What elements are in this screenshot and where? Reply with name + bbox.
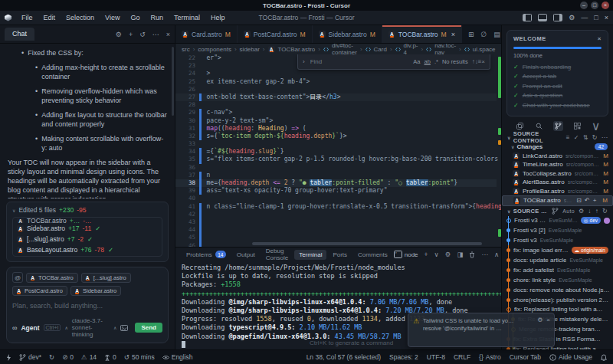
scm-file-row[interactable]: TocCollapse.astrosrc/compo…M bbox=[502, 169, 613, 179]
commit-row[interactable]: Frosti v3 [3]EveSunM…◎dev bbox=[503, 216, 613, 226]
breadcrumb-element[interactable]: Card bbox=[374, 46, 387, 53]
breadcrumb-item[interactable]: src bbox=[182, 46, 190, 53]
tab-sidebar.astro[interactable]: Sidebar.astroM bbox=[313, 25, 382, 43]
chat-messages[interactable]: •Fixed the CSS by: •Adding max-height to… bbox=[0, 44, 175, 198]
close-icon[interactable]: × bbox=[605, 15, 608, 21]
close-icon[interactable]: × bbox=[546, 316, 550, 323]
tab-chat[interactable]: Chat bbox=[5, 28, 34, 41]
terminal-instance-selector[interactable]: node bbox=[394, 251, 418, 258]
customize-layout-icon[interactable]: ⚙ bbox=[569, 15, 575, 21]
close-icon[interactable]: × bbox=[166, 31, 170, 38]
more-icon[interactable]: ⋯ bbox=[152, 31, 159, 38]
encoding-status[interactable]: UTF-8 bbox=[427, 353, 445, 361]
menu-view[interactable]: View bbox=[100, 12, 124, 23]
search-icon[interactable] bbox=[534, 121, 544, 131]
commit-row[interactable]: fix: image load err…☁origin/main bbox=[503, 245, 613, 255]
view-as-list-icon[interactable]: ≡ bbox=[566, 134, 570, 141]
gear-icon[interactable]: ⚙ bbox=[579, 208, 584, 215]
tab-postcard.astro[interactable]: PostCard.astroM bbox=[238, 25, 313, 43]
agent-mode-selector[interactable]: Agent bbox=[21, 324, 39, 332]
create-pr-icon[interactable]: ⇅ bbox=[583, 134, 588, 141]
eol-status[interactable]: CRLF bbox=[454, 353, 470, 361]
extensions-icon[interactable] bbox=[572, 121, 582, 131]
panel-tab-comments[interactable]: Comments bbox=[353, 250, 392, 260]
commit-row[interactable]: Frosti v3EveSunMaple bbox=[503, 235, 613, 245]
minimize-icon[interactable]: — bbox=[581, 15, 588, 21]
notifications-icon[interactable] bbox=[601, 354, 607, 361]
scm-file-row[interactable]: TimeLine.astrosrc/componen…M bbox=[502, 160, 613, 169]
menu-help[interactable]: Help bbox=[206, 12, 230, 23]
breadcrumb-element[interactable]: ul.space bbox=[473, 46, 496, 53]
gear-icon[interactable]: ⚙ bbox=[537, 316, 543, 323]
kill-terminal-icon[interactable] bbox=[469, 251, 475, 258]
edited-file-row[interactable]: BaseLayout.astro+76-78✓ bbox=[17, 244, 158, 255]
code-editor[interactable]: 22er">2324>25ex items-center gap-2 mb-4"… bbox=[175, 54, 501, 247]
split-terminal-icon[interactable]: ◨ bbox=[457, 251, 463, 258]
more-icon[interactable]: ⋯ bbox=[481, 251, 488, 258]
scm-file-row[interactable]: AlertBase.astrosrc/compone…M bbox=[502, 178, 613, 187]
tab-card.astro[interactable]: Card.astroM bbox=[175, 25, 238, 43]
panel-tab-debug-console[interactable]: Debug Console bbox=[261, 246, 293, 263]
scm-file-row[interactable]: ProfileBar.astrosrc/compone…M bbox=[502, 187, 613, 196]
stage-changes-icon[interactable]: + bbox=[593, 197, 597, 204]
menu-terminal[interactable]: Terminal bbox=[169, 12, 205, 23]
menu-selection[interactable]: Selection bbox=[61, 12, 99, 23]
breadcrumb-item[interactable]: components bbox=[198, 46, 231, 53]
refresh-icon[interactable]: ↻ bbox=[592, 134, 598, 141]
horizontal-scrollbar[interactable] bbox=[252, 242, 482, 245]
edited-file-row[interactable]: TOCBar.astro+…-… bbox=[17, 218, 158, 223]
attach-image-icon[interactable] bbox=[120, 325, 128, 331]
aide-usage-status[interactable]: Aide Usage bbox=[549, 353, 592, 361]
remote-icon[interactable] bbox=[6, 354, 11, 361]
close-icon[interactable]: × bbox=[451, 31, 455, 38]
toggle-sidebar-icon[interactable] bbox=[523, 14, 532, 21]
commit-row[interactable]: fix: add safelistEveSunMaple bbox=[503, 265, 613, 275]
restore-icon[interactable]: □ bbox=[591, 2, 598, 9]
whole-word-icon[interactable]: ab bbox=[425, 58, 431, 65]
git-branch-status[interactable]: dev* bbox=[19, 353, 41, 361]
breadcrumbs[interactable]: src›components›sidebar›TOCBar.astro›div#… bbox=[175, 44, 501, 54]
match-case-icon[interactable]: Aa bbox=[413, 58, 420, 65]
panel-tab-ports[interactable]: Ports bbox=[328, 250, 352, 260]
menu-run[interactable]: Run bbox=[146, 12, 168, 23]
edited-file-row[interactable]: [...slug].astro+7-2✓ bbox=[17, 234, 158, 244]
panel-tab-problems[interactable]: Problems14 bbox=[182, 249, 231, 260]
close-icon[interactable]: × bbox=[602, 2, 609, 9]
discard-changes-icon[interactable]: ↶ bbox=[585, 197, 590, 204]
scm-file-row[interactable]: TOCBar.astrosrc/…⊡↶+M bbox=[502, 195, 613, 206]
context-pill[interactable]: TOCBar.astro bbox=[26, 273, 78, 283]
open-changes-icon[interactable]: ⊞ bbox=[468, 31, 474, 38]
gear-icon[interactable]: ⚙ bbox=[116, 31, 122, 38]
regex-icon[interactable]: .* bbox=[434, 58, 438, 65]
language-mode-status[interactable]: {}Astro bbox=[479, 353, 501, 361]
menu-go[interactable]: Go bbox=[126, 12, 144, 23]
eye-off-icon[interactable]: ∅ bbox=[480, 31, 487, 38]
close-icon[interactable]: × bbox=[598, 35, 602, 42]
more-icon[interactable]: ⋯ bbox=[602, 134, 608, 141]
chevron-down-icon[interactable]: ∨ bbox=[592, 119, 601, 133]
breadcrumb-file[interactable]: TOCBar.astro bbox=[278, 46, 316, 53]
menu-file[interactable]: File bbox=[17, 12, 38, 23]
push-icon[interactable]: ↑ bbox=[595, 208, 598, 215]
pages-icon[interactable] bbox=[515, 121, 525, 131]
send-button[interactable]: Send bbox=[135, 323, 162, 333]
scm-changes-header[interactable]: ∨ Changes 42 bbox=[502, 143, 613, 152]
commit-row[interactable]: chore(release): publish version 2.… bbox=[503, 295, 613, 305]
warnings-status[interactable]: ⚠14 bbox=[81, 353, 97, 361]
new-chat-icon[interactable]: + bbox=[129, 31, 133, 38]
pull-icon[interactable]: ↓ bbox=[588, 208, 591, 215]
run-snippet-icon[interactable]: ▤ bbox=[493, 31, 500, 38]
commit-row[interactable]: docs: remove note about Node.js… bbox=[503, 285, 613, 295]
minimize-icon[interactable]: – bbox=[580, 2, 588, 9]
scm-header[interactable]: ∨ SOURCE CONTROL ≡✓⇅↻⋯ bbox=[502, 133, 613, 143]
maximize-panel-icon[interactable]: ∧ bbox=[494, 251, 499, 258]
panel-tab-output[interactable]: Output bbox=[232, 250, 260, 260]
timer-status[interactable]: ↺50 mins bbox=[124, 353, 155, 361]
auto-fetch-label[interactable]: Auto bbox=[562, 208, 575, 214]
errors-status[interactable]: ⊘0 bbox=[62, 353, 74, 361]
edited-files-header[interactable]: ∨ Edited 5 files +230 -95 bbox=[12, 206, 162, 214]
commit-row[interactable]: chore: link styleEveSunMaple bbox=[503, 275, 613, 285]
context-pill[interactable]: [...slug].astro bbox=[81, 273, 131, 283]
scm-file-row[interactable]: LinkCard.astrosrc/componen…M bbox=[502, 152, 613, 161]
notification-toast[interactable]: ⚠ Tailwind CSS is unable to load yo… res… bbox=[408, 313, 555, 347]
